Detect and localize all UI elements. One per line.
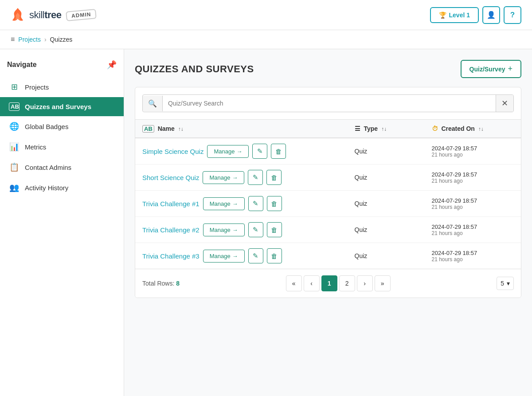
pagination-row: Total Rows: 8 « ‹ 1 2: [135, 269, 521, 298]
help-button[interactable]: ?: [504, 6, 521, 24]
sidebar-item-metrics[interactable]: 📊 Metrics: [0, 137, 124, 157]
delete-button[interactable]: 🗑: [271, 144, 286, 159]
search-clear-button[interactable]: ✕: [496, 95, 513, 112]
col-name-label: Name: [158, 125, 175, 132]
search-input-wrap: 🔍 ✕: [142, 94, 514, 112]
page-layout: Navigate 📌 ⊞ Projects AB Quizzes and Sur…: [0, 49, 532, 396]
per-page-select[interactable]: 5 ▾: [497, 277, 514, 290]
row-created-cell: 2024-07-29 18:57 21 hours ago: [425, 138, 521, 165]
table-row: Short Science Quiz Manage → ✎ 🗑: [135, 165, 521, 191]
sidebar-item-quizzes[interactable]: AB Quizzes and Surveys: [0, 97, 124, 116]
sidebar: Navigate 📌 ⊞ Projects AB Quizzes and Sur…: [0, 49, 124, 396]
row-name-cell: Trivia Challenge #2 Manage → ✎ 🗑: [135, 217, 348, 243]
level-button[interactable]: 🏆 Level 1: [430, 7, 479, 23]
breadcrumb-current: Quizzes: [50, 36, 73, 43]
pagination-controls: « ‹ 1 2 › »: [286, 275, 391, 291]
row-type-cell: Quiz: [348, 191, 425, 217]
created-ago: 21 hours ago: [432, 256, 514, 263]
row-type-cell: Quiz: [348, 243, 425, 269]
per-page-value: 5: [501, 280, 504, 287]
created-ago: 21 hours ago: [432, 204, 514, 210]
edit-button[interactable]: ✎: [248, 196, 263, 211]
search-input[interactable]: [163, 96, 496, 110]
created-date: 2024-07-29 18:57: [432, 171, 514, 178]
delete-icon: 🗑: [271, 174, 278, 181]
manage-arrow-icon: →: [232, 227, 238, 233]
quiz-name-link[interactable]: Short Science Quiz: [142, 174, 199, 181]
breadcrumb-projects-link[interactable]: Projects: [18, 36, 41, 43]
type-value: Quiz: [355, 174, 368, 181]
quiz-name-icon: AB: [142, 125, 154, 133]
edit-button[interactable]: ✎: [248, 170, 263, 185]
quiz-name-link[interactable]: Simple Science Quiz: [142, 148, 203, 155]
row-actions-cell: Short Science Quiz Manage → ✎ 🗑: [142, 170, 340, 185]
add-quiz-survey-button[interactable]: Quiz/Survey +: [461, 60, 521, 78]
main-content: QUIZZES AND SURVEYS Quiz/Survey + 🔍 ✕: [124, 49, 532, 396]
quizzes-table: AB Name ↑↓ ☰ Type ↑↓ ⏱ Created On ↑↓: [135, 120, 521, 269]
table-header-row: AB Name ↑↓ ☰ Type ↑↓ ⏱ Created On ↑↓: [135, 120, 521, 138]
row-created-cell: 2024-07-29 18:57 21 hours ago: [425, 191, 521, 217]
page-1-button[interactable]: 1: [321, 275, 337, 291]
sidebar-item-quizzes-label: Quizzes and Surveys: [25, 103, 91, 110]
total-rows-label: Total Rows:: [142, 280, 174, 287]
page-2-label: 2: [345, 280, 349, 287]
quiz-name-link[interactable]: Trivia Challenge #2: [142, 226, 200, 234]
row-type-cell: Quiz: [348, 165, 425, 191]
created-ago: 21 hours ago: [432, 178, 514, 184]
contact-admins-icon: 📋: [9, 162, 20, 172]
level-label: Level 1: [449, 12, 470, 19]
manage-button[interactable]: Manage →: [203, 250, 245, 263]
sidebar-item-global-badges[interactable]: 🌐 Global Badges: [0, 116, 124, 137]
manage-button[interactable]: Manage →: [203, 223, 245, 236]
quizzes-table-container: 🔍 ✕ AB Name ↑↓: [135, 87, 521, 298]
sidebar-pin-icon[interactable]: 📌: [107, 60, 117, 70]
manage-button[interactable]: Manage →: [207, 145, 249, 158]
last-page-icon: »: [381, 280, 384, 287]
search-bar: 🔍 ✕: [135, 87, 521, 120]
last-page-button[interactable]: »: [375, 275, 391, 291]
page-header: QUIZZES AND SURVEYS Quiz/Survey +: [135, 60, 521, 78]
search-submit-button[interactable]: 🔍: [143, 96, 163, 111]
col-type-label: Type: [364, 125, 378, 132]
app-header: skilltree ADMIN 🏆 Level 1 👤 ?: [0, 0, 532, 30]
quiz-name-link[interactable]: Trivia Challenge #3: [142, 252, 200, 260]
per-page-wrap: 5 ▾: [497, 277, 514, 290]
manage-label: Manage: [210, 200, 231, 207]
edit-icon: ✎: [253, 173, 258, 181]
quiz-name-link[interactable]: Trivia Challenge #1: [142, 200, 200, 208]
edit-button[interactable]: ✎: [248, 248, 263, 263]
sidebar-header: Navigate 📌: [0, 56, 124, 77]
col-created: ⏱ Created On ↑↓: [425, 120, 521, 138]
prev-page-button[interactable]: ‹: [304, 275, 320, 291]
page-2-button[interactable]: 2: [339, 275, 355, 291]
manage-button[interactable]: Manage →: [203, 197, 245, 210]
delete-button[interactable]: 🗑: [267, 222, 282, 237]
table-row: Simple Science Quiz Manage → ✎ 🗑: [135, 138, 521, 165]
sidebar-item-projects[interactable]: ⊞ Projects: [0, 77, 124, 97]
row-actions-cell: Simple Science Quiz Manage → ✎ 🗑: [142, 144, 340, 159]
user-button[interactable]: 👤: [482, 6, 500, 24]
type-sort-icon[interactable]: ↑↓: [381, 126, 387, 132]
next-page-button[interactable]: ›: [357, 275, 373, 291]
manage-arrow-icon: →: [232, 253, 238, 259]
add-quiz-survey-label: Quiz/Survey: [469, 66, 505, 73]
name-sort-icon[interactable]: ↑↓: [178, 126, 184, 132]
manage-button[interactable]: Manage →: [203, 171, 244, 184]
edit-button[interactable]: ✎: [252, 144, 267, 159]
manage-arrow-icon: →: [236, 148, 242, 155]
quizzes-icon: AB: [9, 102, 20, 111]
created-sort-icon[interactable]: ↑↓: [478, 126, 484, 132]
row-type-cell: Quiz: [348, 217, 425, 243]
edit-button[interactable]: ✎: [248, 222, 263, 237]
created-date: 2024-07-29 18:57: [432, 145, 514, 152]
manage-arrow-icon: →: [232, 200, 238, 207]
table-row: Trivia Challenge #1 Manage → ✎ 🗑: [135, 191, 521, 217]
sidebar-item-activity-history[interactable]: 👥 Activity History: [0, 177, 124, 198]
delete-button[interactable]: 🗑: [266, 170, 282, 185]
sidebar-item-contact-admins[interactable]: 📋 Contact Admins: [0, 157, 124, 177]
sidebar-title: Navigate: [7, 61, 37, 69]
first-page-button[interactable]: «: [286, 275, 302, 291]
delete-button[interactable]: 🗑: [267, 196, 282, 211]
delete-button[interactable]: 🗑: [267, 248, 282, 263]
per-page-chevron-icon: ▾: [507, 280, 510, 287]
